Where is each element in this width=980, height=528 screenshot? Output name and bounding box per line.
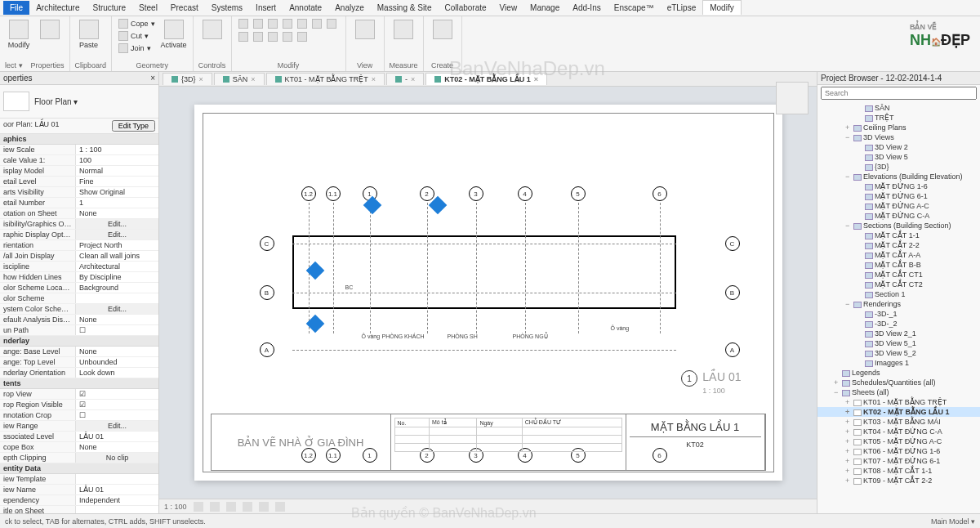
close-icon[interactable]: ×: [534, 75, 538, 83]
tree-node[interactable]: +KT03 - MẶT BẰNG MÁI: [817, 417, 980, 427]
tree-node[interactable]: +Ceiling Plans: [817, 123, 980, 132]
modify-tool[interactable]: [266, 18, 279, 29]
browser-search-input[interactable]: [821, 87, 977, 100]
prop-value[interactable]: No clip: [75, 453, 158, 463]
tree-node[interactable]: Section 1: [817, 289, 980, 299]
ribbon-tab-enscape-[interactable]: Enscape™: [608, 1, 661, 15]
view-tool[interactable]: [351, 18, 379, 57]
prop-value[interactable]: 1 : 100: [75, 145, 158, 154]
prop-value[interactable]: 1: [75, 198, 158, 208]
modify-tool[interactable]: [252, 31, 265, 43]
tree-node[interactable]: +KT01 - MẶT BẰNG TRỆT: [817, 397, 980, 407]
modify-tool[interactable]: [237, 18, 250, 29]
tree-node[interactable]: -3D-_1: [817, 309, 980, 319]
view-tab[interactable]: KT01 - MẶT BẰNG TRỆT×: [266, 73, 385, 85]
prop-value[interactable]: [75, 506, 158, 513]
prop-value[interactable]: Show Original: [75, 187, 158, 197]
prop-value[interactable]: None: [75, 208, 158, 218]
tree-node[interactable]: −Sections (Building Section): [817, 221, 980, 230]
cut-button[interactable]: Cut ▾: [117, 30, 157, 42]
modify-tool[interactable]: [252, 18, 265, 29]
ribbon-tab-insert[interactable]: Insert: [249, 1, 283, 15]
prop-value[interactable]: ☐: [75, 325, 158, 335]
prop-group[interactable]: entity Data: [0, 463, 158, 474]
tree-node[interactable]: 3D View 2_1: [817, 329, 980, 338]
drawing-canvas[interactable]: 1.21.21.11.1112233445566CCBBAABCÔ vàngPH…: [159, 87, 817, 499]
prop-group[interactable]: nderlay: [0, 336, 158, 347]
measure-tool[interactable]: [390, 18, 417, 57]
tree-node[interactable]: +Schedules/Quantities (all): [817, 378, 980, 387]
modify-tool[interactable]: [310, 18, 323, 29]
tree-node[interactable]: MẶT CẮT CT2: [817, 280, 980, 289]
tree-node[interactable]: -3D-_2: [817, 319, 980, 329]
ribbon-tab-structure[interactable]: Structure: [86, 1, 132, 15]
ribbon-tab-add-ins[interactable]: Add-Ins: [566, 1, 607, 15]
tree-node[interactable]: MẶT CẮT B-B: [817, 260, 980, 270]
modify-tool[interactable]: [281, 18, 294, 29]
modify-tool[interactable]: [296, 18, 309, 29]
modify-tool[interactable]: [237, 31, 250, 43]
view-tab[interactable]: -×: [386, 73, 424, 85]
ribbon-tab-annotate[interactable]: Annotate: [283, 1, 328, 15]
tree-node[interactable]: −Renderings: [817, 299, 980, 309]
tree-node[interactable]: +KT08 - MẶT CẮT 1-1: [817, 466, 980, 476]
ribbon-tab-view[interactable]: View: [493, 1, 524, 15]
view-tab[interactable]: KT02 - MẶT BẰNG LẦU 1×: [425, 73, 547, 85]
prop-value[interactable]: ☑: [75, 400, 158, 409]
tab-file[interactable]: File: [3, 1, 29, 15]
tree-node[interactable]: +KT04 - MẶT ĐỨNG C-A: [817, 427, 980, 436]
ribbon-tab-massing-site[interactable]: Massing & Site: [371, 1, 439, 15]
prop-value[interactable]: ☑: [75, 389, 158, 399]
ribbon-tab-modify[interactable]: Modify: [702, 0, 741, 15]
tree-node[interactable]: +KT05 - MẶT ĐỨNG A-C: [817, 436, 980, 446]
tree-node[interactable]: +KT02 - MẶT BẰNG LẦU 1: [817, 407, 980, 417]
modify-button[interactable]: Modify: [5, 18, 33, 57]
tree-node[interactable]: Imagges 1: [817, 358, 980, 368]
modify-tool[interactable]: [266, 31, 279, 43]
prop-value[interactable]: Fine: [75, 177, 158, 186]
prop-value[interactable]: Edit...: [75, 304, 158, 314]
create-tool[interactable]: [429, 18, 457, 57]
prop-value[interactable]: LẦU 01: [75, 485, 158, 494]
prop-value[interactable]: 100: [75, 155, 158, 165]
join-button[interactable]: Join ▾: [117, 43, 157, 54]
modify-tool[interactable]: [296, 31, 309, 43]
ribbon-tab-collaborate[interactable]: Collaborate: [438, 1, 492, 15]
tree-node[interactable]: MẶT ĐỨNG A-C: [817, 201, 980, 211]
sun-path-icon[interactable]: [226, 502, 236, 512]
ribbon-tab-analyze[interactable]: Analyze: [328, 1, 371, 15]
tree-node[interactable]: +KT09 - MẶT CẮT 2-2: [817, 476, 980, 485]
tree-node[interactable]: MẶT CẮT 2-2: [817, 240, 980, 250]
tree-node[interactable]: 3D View 5_1: [817, 338, 980, 348]
prop-group[interactable]: aphics: [0, 134, 158, 145]
view-cube[interactable]: [776, 82, 808, 114]
crop-icon[interactable]: [259, 502, 269, 512]
tree-node[interactable]: 3D View 2: [817, 142, 980, 152]
tree-node[interactable]: MẶT ĐỨNG 1-6: [817, 181, 980, 191]
prop-group[interactable]: tents: [0, 378, 158, 389]
visual-style-icon[interactable]: [210, 502, 220, 512]
close-icon[interactable]: ×: [199, 75, 203, 83]
type-selector[interactable]: Floor Plan ▾: [34, 97, 78, 106]
ribbon-tab-steel[interactable]: Steel: [132, 1, 164, 15]
close-icon[interactable]: ×: [411, 75, 415, 83]
tree-node[interactable]: MẶT ĐỨNG 6-1: [817, 191, 980, 201]
prop-value[interactable]: None: [75, 315, 158, 324]
tree-node[interactable]: 3D View 5: [817, 152, 980, 162]
prop-value[interactable]: Clean all wall joins: [75, 251, 158, 261]
prop-value[interactable]: Normal: [75, 166, 158, 176]
prop-value[interactable]: Architectural: [75, 262, 158, 271]
tree-node[interactable]: +KT06 - MẶT ĐỨNG 1-6: [817, 446, 980, 456]
prop-value[interactable]: [75, 474, 158, 484]
tree-node[interactable]: Legends: [817, 368, 980, 378]
prop-value[interactable]: Edit...: [75, 219, 158, 229]
tree-node[interactable]: MẶT CẮT 1-1: [817, 230, 980, 240]
tree-node[interactable]: {3D}: [817, 162, 980, 172]
tree-node[interactable]: −3D Views: [817, 132, 980, 142]
close-icon[interactable]: ×: [150, 74, 155, 83]
prop-value[interactable]: Look down: [75, 368, 158, 378]
prop-value[interactable]: Edit...: [75, 230, 158, 239]
prop-value[interactable]: ☐: [75, 410, 158, 420]
close-icon[interactable]: ×: [251, 75, 255, 83]
cope-button[interactable]: Cope ▾: [117, 18, 157, 29]
